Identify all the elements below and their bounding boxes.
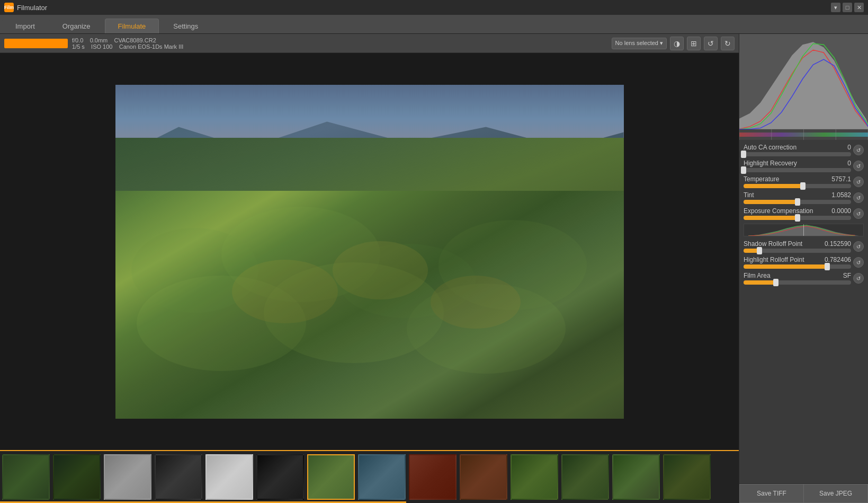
filename-value: CVAC8089.CR2 — [114, 37, 156, 43]
tint-header: Tint 1.0582 — [744, 191, 851, 199]
collapse-button[interactable]: ▾ — [831, 3, 840, 12]
highlight-rolloff-row: Highlight Rolloff Point 0.782406 ↺ — [739, 254, 868, 270]
tint-slider[interactable] — [744, 200, 851, 204]
exposure-comp-value: 0.0000 — [819, 207, 851, 215]
histogram-mini — [739, 129, 868, 140]
highlight-rolloff-label: Highlight Rolloff Point — [744, 256, 804, 263]
titlebar-left: Film Filmulator — [4, 3, 47, 12]
iso-value: ISO 100 — [91, 43, 112, 50]
right-panel: Auto CA correction 0 ↺ Highlight Recover… — [739, 34, 868, 503]
thumbnail-2[interactable] — [104, 454, 151, 500]
thumbnail-6[interactable] — [307, 454, 355, 500]
temperature-label: Temperature — [744, 175, 779, 183]
auto-ca-label: Auto CA correction — [744, 144, 797, 151]
rotate-right-icon: ↻ — [724, 39, 731, 48]
exposure-comp-reset[interactable]: ↺ — [853, 208, 864, 219]
svg-point-9 — [333, 241, 428, 299]
shadow-rolloff-reset[interactable]: ↺ — [853, 241, 864, 252]
temperature-slider[interactable] — [744, 184, 851, 188]
main-image — [115, 85, 624, 419]
crop-button[interactable]: ⊞ — [687, 37, 701, 50]
exposure-comp-header: Exposure Compensation 0.0000 — [744, 207, 851, 215]
focal-length-value: 0.0mm — [90, 37, 108, 43]
thumb-svg-10 — [512, 455, 557, 499]
thumbnail-1[interactable] — [53, 454, 101, 500]
shadow-rolloff-slider-group: Shadow Rolloff Point 0.152590 — [744, 240, 851, 253]
highlight-rolloff-slider[interactable] — [744, 264, 851, 269]
thumbnail-7[interactable] — [358, 454, 406, 500]
image-canvas — [0, 53, 739, 450]
highlight-rolloff-header: Highlight Rolloff Point 0.782406 — [744, 256, 851, 263]
thumbnail-13[interactable] — [663, 454, 711, 500]
save-tiff-button[interactable]: Save TIFF — [739, 484, 803, 503]
tab-import[interactable]: Import — [2, 19, 48, 33]
forest-texture-svg — [115, 85, 624, 419]
tabbar: Import Organize Filmulate Settings — [0, 15, 868, 34]
thumbnail-12[interactable] — [612, 454, 660, 500]
lens-dropdown[interactable]: No lens selected ▾ — [612, 38, 667, 49]
film-area-slider[interactable] — [744, 280, 851, 285]
thumb-svg-13 — [664, 455, 710, 499]
exposure-bar — [4, 39, 68, 48]
shadow-rolloff-slider[interactable] — [744, 249, 851, 253]
thumb-svg-4 — [207, 455, 252, 499]
tab-filmulate[interactable]: Filmulate — [105, 19, 159, 33]
highlight-recovery-value: 0 — [819, 160, 851, 167]
save-buttons: Save TIFF Save JPEG — [739, 483, 868, 503]
highlight-recovery-slider[interactable] — [744, 168, 851, 172]
auto-ca-row: Auto CA correction 0 ↺ — [739, 142, 868, 158]
film-area-slider-group: Film Area SF — [744, 272, 851, 285]
auto-ca-value: 0 — [819, 144, 851, 151]
mini-histogram-svg — [739, 129, 868, 140]
tab-settings[interactable]: Settings — [160, 19, 211, 33]
thumbnail-10[interactable] — [511, 454, 558, 500]
maximize-button[interactable]: □ — [843, 3, 852, 12]
auto-ca-slider[interactable] — [744, 152, 851, 156]
thumbnail-8[interactable] — [409, 454, 457, 500]
save-jpeg-button[interactable]: Save JPEG — [803, 484, 868, 503]
app-icon: Film — [4, 3, 14, 12]
shutter-iso-camera: 1/5 s ISO 100 Canon EOS-1Ds Mark III — [72, 43, 183, 50]
titlebar-controls: ▾ □ ✕ — [831, 3, 864, 12]
image-toolbar: f/0.0 0.0mm CVAC8089.CR2 1/5 s ISO 100 C… — [0, 34, 739, 53]
tab-organize-label: Organize — [62, 22, 91, 30]
svg-point-10 — [431, 276, 521, 329]
rotate-left-button[interactable]: ↺ — [704, 37, 718, 50]
brightness-icon: ◑ — [674, 39, 680, 48]
tint-value: 1.0582 — [819, 191, 851, 199]
exposure-comp-row: Exposure Compensation 0.0000 ↺ — [739, 206, 868, 222]
thumbnail-4[interactable] — [205, 454, 253, 500]
thumbnail-3[interactable] — [155, 454, 202, 500]
brightness-button[interactable]: ◑ — [670, 37, 684, 50]
highlight-rolloff-reset[interactable]: ↺ — [853, 257, 864, 268]
film-area-reset[interactable]: ↺ — [853, 273, 864, 284]
aperture-focal: f/0.0 0.0mm CVAC8089.CR2 — [72, 37, 183, 43]
exposure-comp-slider[interactable] — [744, 216, 851, 220]
thumbnails-container — [0, 451, 713, 503]
tint-slider-group: Tint 1.0582 — [744, 191, 851, 204]
rotate-right-button[interactable]: ↻ — [721, 37, 735, 50]
auto-ca-reset[interactable]: ↺ — [853, 145, 864, 155]
titlebar: Film Filmulator ▾ □ ✕ — [0, 0, 868, 15]
tint-reset[interactable]: ↺ — [853, 192, 864, 203]
tab-organize[interactable]: Organize — [49, 19, 104, 33]
meta-info: f/0.0 0.0mm CVAC8089.CR2 1/5 s ISO 100 C… — [72, 37, 183, 50]
close-button[interactable]: ✕ — [854, 3, 864, 12]
thumbnail-11[interactable] — [561, 454, 609, 500]
thumb-svg-9 — [461, 455, 506, 499]
thumbnail-9[interactable] — [460, 454, 507, 500]
thumbnail-5[interactable] — [256, 454, 304, 500]
thumb-svg-0 — [3, 455, 49, 499]
thumb-svg-3 — [156, 455, 201, 499]
app-icon-label: Film — [4, 5, 14, 10]
highlight-recovery-reset[interactable]: ↺ — [853, 161, 864, 171]
temperature-row: Temperature 5757.1 ↺ — [739, 174, 868, 190]
highlight-recovery-header: Highlight Recovery 0 — [744, 160, 851, 167]
film-area-label: Film Area — [744, 272, 771, 279]
temperature-reset[interactable]: ↺ — [853, 177, 864, 187]
highlight-recovery-slider-group: Highlight Recovery 0 — [744, 160, 851, 172]
shutter-value: 1/5 s — [72, 43, 85, 50]
thumbnail-0[interactable] — [2, 454, 50, 500]
lens-selector: No lens selected ▾ ◑ ⊞ ↺ ↻ — [612, 37, 735, 50]
highlight-rolloff-slider-group: Highlight Rolloff Point 0.782406 — [744, 256, 851, 269]
